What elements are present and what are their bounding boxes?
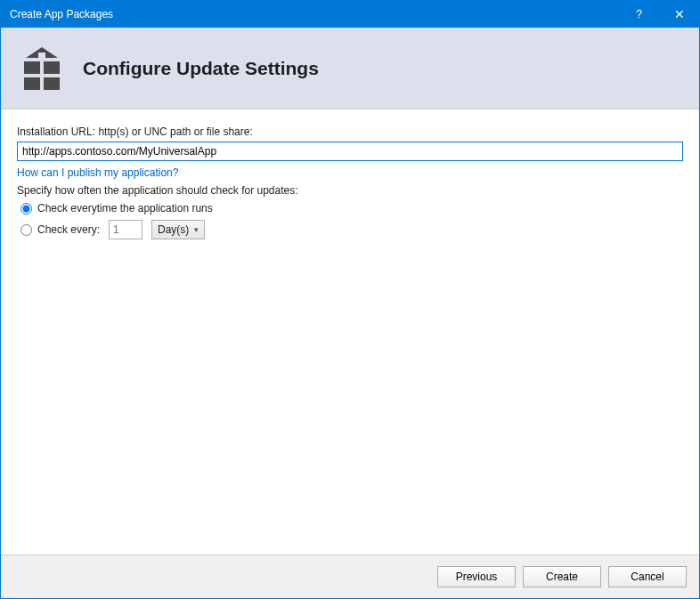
radio-option-every-interval[interactable]: Check every: Day(s) ▾ bbox=[17, 220, 683, 239]
interval-unit-select[interactable]: Day(s) ▾ bbox=[151, 220, 205, 239]
close-icon: ✕ bbox=[674, 7, 685, 21]
svg-rect-3 bbox=[24, 77, 40, 90]
radio-every-interval[interactable] bbox=[20, 224, 32, 236]
svg-rect-1 bbox=[24, 61, 40, 74]
titlebar: Create App Packages ? ✕ bbox=[1, 1, 699, 28]
titlebar-controls: ? ✕ bbox=[619, 1, 699, 28]
create-button[interactable]: Create bbox=[523, 566, 601, 587]
svg-rect-4 bbox=[44, 77, 60, 90]
previous-button[interactable]: Previous bbox=[437, 566, 516, 587]
chevron-down-icon: ▾ bbox=[194, 225, 199, 234]
cancel-button[interactable]: Cancel bbox=[608, 566, 687, 587]
radio-option-every-run[interactable]: Check everytime the application runs bbox=[17, 202, 683, 215]
help-icon: ? bbox=[636, 8, 642, 20]
close-button[interactable]: ✕ bbox=[659, 1, 699, 28]
footer-bar: Previous Create Cancel bbox=[1, 554, 699, 598]
svg-marker-0 bbox=[26, 47, 58, 58]
interval-unit-label: Day(s) bbox=[158, 223, 189, 236]
help-button[interactable]: ? bbox=[619, 1, 659, 28]
page-title: Configure Update Settings bbox=[83, 58, 319, 79]
window-title: Create App Packages bbox=[10, 8, 619, 20]
update-frequency-label: Specify how often the application should… bbox=[17, 184, 683, 197]
interval-value-input[interactable] bbox=[109, 220, 142, 239]
help-publish-link[interactable]: How can I publish my application? bbox=[17, 166, 178, 179]
radio-every-run-label: Check everytime the application runs bbox=[37, 202, 213, 215]
radio-every-run[interactable] bbox=[20, 203, 32, 215]
svg-rect-2 bbox=[44, 61, 60, 74]
radio-every-interval-label: Check every: bbox=[37, 223, 100, 236]
header-band: Configure Update Settings bbox=[1, 28, 699, 109]
package-icon bbox=[19, 45, 65, 92]
content-area: Installation URL: http(s) or UNC path or… bbox=[1, 109, 699, 554]
installation-url-input[interactable] bbox=[17, 142, 683, 161]
installation-url-label: Installation URL: http(s) or UNC path or… bbox=[17, 125, 683, 138]
